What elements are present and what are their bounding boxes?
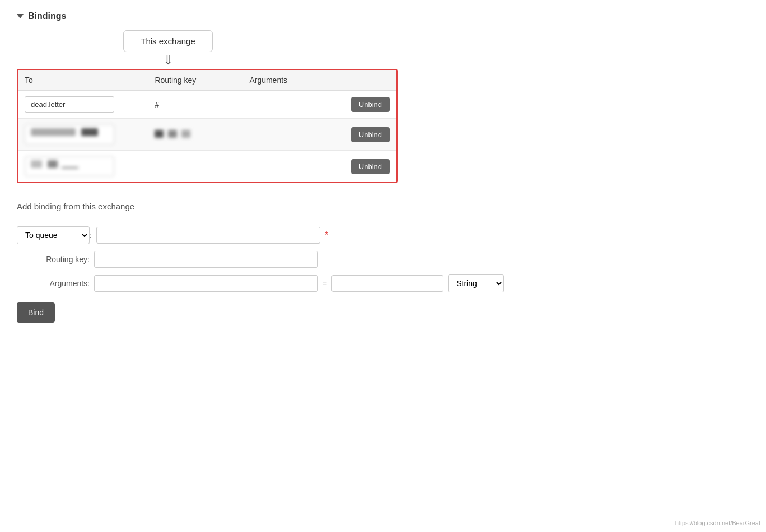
add-binding-section: Add binding from this exchange To queue … [17, 202, 749, 323]
routing-key-row: Routing key: [17, 251, 749, 268]
unbind-button-2[interactable]: Unbind [351, 127, 390, 142]
exchange-box: This exchange [123, 30, 213, 52]
section-divider [17, 216, 749, 216]
arguments-label: Arguments: [17, 279, 90, 288]
col-header-to: To [18, 70, 148, 91]
required-marker: * [325, 230, 328, 240]
to-cell-3 [18, 151, 148, 183]
table-row: dead.letter # Unbind [18, 91, 396, 119]
colon-separator: : [90, 231, 92, 240]
bindings-title: Bindings [28, 11, 66, 21]
routing-key-label: Routing key: [17, 255, 90, 264]
arrow-down: ⇓ [163, 54, 173, 67]
equals-sign: = [323, 279, 327, 288]
routing-key-blurred-2 [155, 130, 190, 139]
routing-key-cell-1: # [148, 91, 242, 119]
exchange-flow-container: This exchange ⇓ [106, 30, 230, 69]
queue-name-1: dead.letter [25, 96, 114, 113]
arguments-cell-2 [242, 119, 337, 151]
collapse-icon[interactable] [17, 14, 24, 18]
to-cell-2 [18, 119, 148, 151]
arguments-row: Arguments: = String Number Boolean [17, 274, 749, 292]
arguments-key-input[interactable] [94, 275, 318, 292]
bindings-table: To Routing key Arguments dead.letter # [18, 70, 396, 182]
action-cell-3: Unbind [337, 151, 396, 183]
routing-key-cell-2 [148, 119, 242, 151]
queue-name-input[interactable] [96, 227, 320, 244]
bindings-table-wrapper: To Routing key Arguments dead.letter # [17, 69, 398, 183]
col-header-action [337, 70, 396, 91]
queue-name-3 [25, 156, 114, 176]
col-header-routing-key: Routing key [148, 70, 242, 91]
arguments-cell-1 [242, 91, 337, 119]
double-arrow-icon: ⇓ [163, 54, 173, 67]
queue-name-2 [25, 124, 114, 144]
table-row: Unbind [18, 151, 396, 183]
table-row: Unbind [18, 119, 396, 151]
bind-button-row: Bind [17, 299, 749, 323]
unbind-button-3[interactable]: Unbind [351, 159, 390, 174]
routing-key-cell-3 [148, 151, 242, 183]
to-queue-row: To queue To exchange : * [17, 226, 749, 244]
to-cell-1: dead.letter [18, 91, 148, 119]
to-queue-select[interactable]: To queue To exchange [17, 226, 90, 244]
routing-key-input[interactable] [94, 251, 318, 268]
arguments-value-input[interactable] [331, 275, 443, 292]
type-select[interactable]: String Number Boolean [448, 274, 504, 292]
col-header-arguments: Arguments [242, 70, 337, 91]
action-cell-2: Unbind [337, 119, 396, 151]
arguments-cell-3 [242, 151, 337, 183]
action-cell-1: Unbind [337, 91, 396, 119]
add-binding-title: Add binding from this exchange [17, 202, 749, 211]
bindings-header: Bindings [17, 11, 749, 21]
bind-button[interactable]: Bind [17, 302, 55, 323]
unbind-button-1[interactable]: Unbind [351, 97, 390, 112]
